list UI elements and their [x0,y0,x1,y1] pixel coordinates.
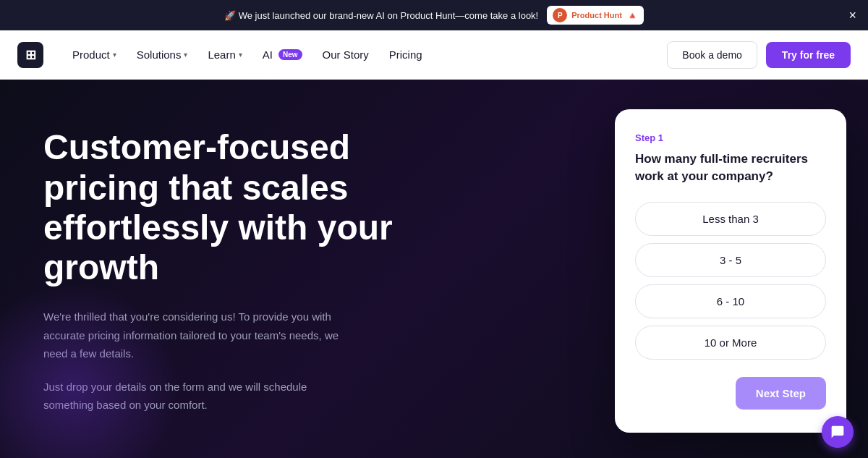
logo[interactable]: ⊞ [17,42,43,68]
option-3-5[interactable]: 3 - 5 [635,243,826,277]
nav-item-product[interactable]: Product ▾ [64,43,125,67]
book-demo-button[interactable]: Book a demo [667,41,757,69]
nav-links: Product ▾ Solutions ▾ Learn ▾ AI New Our… [64,43,667,67]
nav-item-ai[interactable]: AI New [254,43,311,67]
try-free-button[interactable]: Try for free [766,42,851,68]
hero-description-1: We're thrilled that you're considering u… [43,308,347,363]
ph-badge-text: Product Hunt [571,11,622,20]
announcement-close-button[interactable]: × [848,9,856,22]
solutions-chevron-icon: ▾ [184,51,187,59]
learn-chevron-icon: ▾ [239,51,242,59]
chat-icon [830,425,845,439]
ai-new-badge: New [278,49,302,60]
nav-item-our-story[interactable]: Our Story [314,43,378,67]
ph-logo-icon: P [553,8,567,22]
nav-item-learn[interactable]: Learn ▾ [199,43,250,67]
announcement-text: 🚀 We just launched our brand-new AI on P… [224,10,538,21]
nav-item-solutions[interactable]: Solutions ▾ [128,43,197,67]
logo-icon: ⊞ [25,47,36,63]
hero-description-2: Just drop your details on the form and w… [43,378,347,415]
hero-title: Customer-focused pricing that scales eff… [43,127,405,287]
announcement-bar: 🚀 We just launched our brand-new AI on P… [0,0,868,30]
pricing-card: Step 1 How many full-time recruiters wor… [615,109,846,433]
nav-actions: Book a demo Try for free [667,41,851,69]
option-10-or-more[interactable]: 10 or More [635,326,826,360]
option-6-10[interactable]: 6 - 10 [635,284,826,318]
right-panel: Step 1 How many full-time recruiters wor… [593,80,868,458]
chat-bubble-button[interactable] [822,416,854,448]
step-label: Step 1 [635,132,826,143]
option-less-than-3[interactable]: Less than 3 [635,202,826,236]
hero-content: Customer-focused pricing that scales eff… [0,80,593,458]
ph-star-icon: 🔺 [626,10,638,21]
next-step-button[interactable]: Next Step [736,377,826,410]
product-hunt-badge[interactable]: P Product Hunt 🔺 [547,6,644,25]
options-list: Less than 3 3 - 5 6 - 10 10 or More [635,202,826,360]
product-chevron-icon: ▾ [113,51,116,59]
nav-item-pricing[interactable]: Pricing [380,43,431,67]
navbar: ⊞ Product ▾ Solutions ▾ Learn ▾ AI New O… [0,30,868,80]
card-question: How many full-time recruiters work at yo… [635,150,826,185]
main-section: Customer-focused pricing that scales eff… [0,80,868,458]
